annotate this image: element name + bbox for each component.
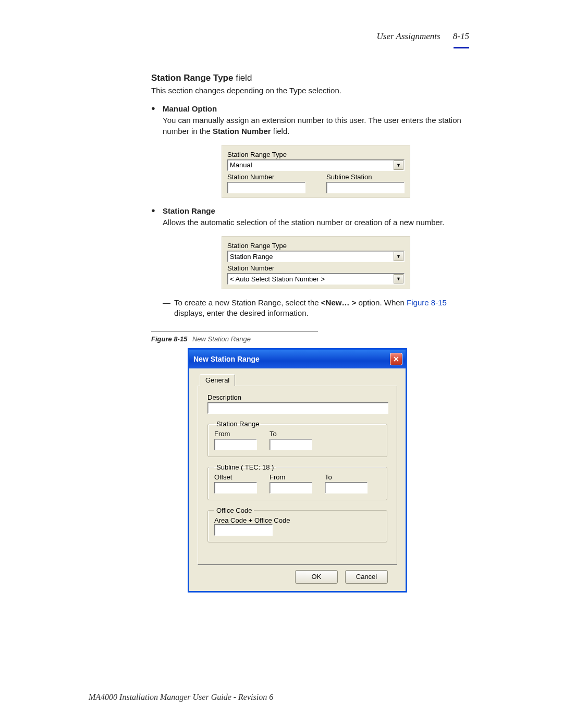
range-form: Station Range Type Station Range ▼ Stati…: [222, 236, 410, 289]
range-type-select-2[interactable]: Station Range ▼: [227, 251, 405, 262]
dialog-titlebar[interactable]: New Station Range ✕: [189, 350, 406, 368]
running-header: User Assignments 8-15: [377, 31, 469, 42]
subline-station-label: Subline Station: [326, 173, 405, 181]
heading-station-range-type: Station Range Type field: [151, 73, 469, 83]
tab-general[interactable]: General: [200, 374, 235, 386]
header-rule: [454, 47, 469, 48]
intro-text: This section changes depending on the Ty…: [151, 85, 469, 96]
subline-to-input[interactable]: [325, 482, 368, 493]
description-input[interactable]: [207, 402, 388, 414]
dialog-title: New Station Range: [193, 355, 260, 363]
new-station-range-dialog: New Station Range ✕ General Description …: [188, 348, 407, 593]
section-title: User Assignments: [377, 31, 440, 41]
figure-link[interactable]: Figure 8-15: [407, 298, 447, 307]
page-number: 8-15: [453, 31, 469, 41]
station-range-group: Station Range From To: [207, 420, 387, 457]
new-range-note: To create a new Station Range, select th…: [163, 298, 469, 319]
manual-form: Station Range Type Manual ▼ Station Numb…: [222, 145, 410, 198]
station-range-text: Allows the automatic selection of the st…: [163, 217, 469, 228]
station-number-select[interactable]: < Auto Select Station Number > ▼: [227, 273, 405, 285]
station-number-label: Station Number: [227, 173, 305, 181]
office-code-group: Office Code Area Code + Office Code: [207, 507, 387, 542]
subline-group: Subline ( TEC: 18 ) Offset From: [207, 463, 387, 500]
description-label: Description: [207, 393, 387, 401]
range-to-input[interactable]: [270, 439, 312, 450]
chevron-down-icon[interactable]: ▼: [394, 161, 403, 170]
station-range-title: Station Range: [163, 206, 469, 215]
office-code-input[interactable]: [214, 524, 273, 536]
range-type-select[interactable]: Manual ▼: [227, 159, 405, 171]
close-icon[interactable]: ✕: [390, 353, 402, 365]
range-type-label: Station Range Type: [227, 151, 405, 158]
range-type-label-2: Station Range Type: [227, 242, 405, 250]
subline-offset-input[interactable]: [214, 482, 257, 493]
manual-option-title: Manual Option: [163, 104, 469, 113]
cancel-button[interactable]: Cancel: [345, 570, 388, 584]
range-from-input[interactable]: [214, 439, 257, 450]
chevron-down-icon[interactable]: ▼: [394, 252, 403, 261]
figure-caption: Figure 8-15 New Station Range: [151, 331, 318, 343]
subline-station-input[interactable]: [326, 182, 405, 193]
manual-option-text: You can manually assign an extension num…: [163, 115, 469, 137]
station-number-input[interactable]: [227, 182, 305, 193]
tab-pane-general: Description Station Range From To: [198, 386, 397, 565]
subline-from-input[interactable]: [270, 482, 312, 493]
footer-text: MA4000 Installation Manager User Guide -…: [89, 693, 273, 702]
station-number-label-2: Station Number: [227, 264, 405, 272]
chevron-down-icon[interactable]: ▼: [394, 274, 403, 283]
ok-button[interactable]: OK: [295, 570, 338, 584]
